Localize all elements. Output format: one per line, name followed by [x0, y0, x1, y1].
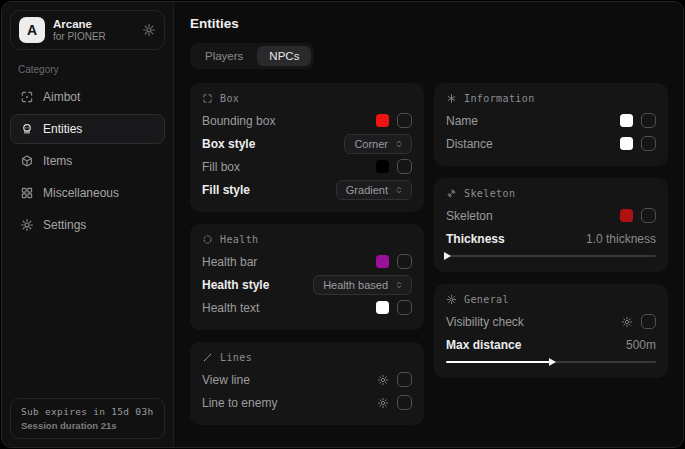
- setting-label: Visibility check: [446, 315, 613, 329]
- max-distance-slider[interactable]: [446, 357, 656, 367]
- color-swatch[interactable]: [376, 160, 389, 173]
- sidebar-item-label: Entities: [43, 122, 82, 136]
- sidebar: A Arcane for PIONER Category Aimbot: [2, 2, 174, 447]
- tab-npcs[interactable]: NPCs: [257, 46, 311, 66]
- color-swatch[interactable]: [376, 114, 389, 127]
- card-title: Skeleton: [464, 188, 515, 199]
- sidebar-item-label: Aimbot: [43, 90, 80, 104]
- entities-icon: [20, 122, 34, 136]
- sidebar-item-items[interactable]: Items: [10, 146, 165, 176]
- setting-label: Skeleton: [446, 209, 612, 223]
- line-to-enemy-checkbox[interactable]: [397, 395, 412, 410]
- card-skeleton: Skeleton Skeleton Thickness 1.0 thicknes…: [434, 178, 668, 272]
- gear-icon[interactable]: [142, 23, 156, 37]
- unfold-icon: [394, 280, 404, 290]
- fill-style-dropdown[interactable]: Gradient: [336, 180, 412, 200]
- asterisk-icon: [446, 93, 457, 104]
- visibility-check-checkbox[interactable]: [641, 314, 656, 329]
- cube-icon: [20, 154, 34, 168]
- setting-row: Health bar: [202, 250, 412, 273]
- brand-card: A Arcane for PIONER: [10, 10, 165, 50]
- sidebar-item-aimbot[interactable]: Aimbot: [10, 82, 165, 112]
- main-panel: Entities Players NPCs Box Bounding box: [174, 2, 683, 447]
- bounding-box-checkbox[interactable]: [397, 113, 412, 128]
- setting-label: Thickness: [446, 232, 578, 246]
- gear-icon[interactable]: [377, 374, 389, 386]
- setting-label: Name: [446, 114, 612, 128]
- setting-label: Max distance: [446, 338, 618, 352]
- gear-icon: [446, 294, 457, 305]
- slider-thumb[interactable]: [549, 358, 556, 366]
- setting-label: Bounding box: [202, 114, 368, 128]
- setting-row: Health style Health based: [202, 273, 412, 296]
- subscription-info: Sub expires in 15d 03h Session duration …: [10, 398, 165, 439]
- fill-box-checkbox[interactable]: [397, 159, 412, 174]
- setting-label: View line: [202, 373, 369, 387]
- card-title: Information: [464, 93, 535, 104]
- slider-value: 1.0 thickness: [586, 232, 656, 246]
- gear-icon[interactable]: [377, 397, 389, 409]
- card-title: Health: [220, 234, 259, 245]
- color-swatch[interactable]: [620, 209, 633, 222]
- setting-label: Health text: [202, 301, 368, 315]
- setting-row: View line: [202, 368, 412, 391]
- sidebar-item-settings[interactable]: Settings: [10, 210, 165, 240]
- slider-value: 500m: [626, 338, 656, 352]
- distance-checkbox[interactable]: [641, 136, 656, 151]
- setting-row: Thickness 1.0 thickness: [446, 227, 656, 250]
- setting-label: Health bar: [202, 255, 368, 269]
- setting-row: Line to enemy: [202, 391, 412, 414]
- slider-thumb[interactable]: [444, 252, 451, 260]
- brand-name: Arcane: [53, 18, 106, 30]
- dropdown-value: Corner: [354, 138, 388, 150]
- card-general: General Visibility check Max distance 50…: [434, 284, 668, 378]
- bone-icon: [446, 188, 457, 199]
- dropdown-value: Gradient: [346, 184, 388, 196]
- card-title: General: [464, 294, 509, 305]
- card-box: Box Bounding box Box style Corner: [190, 83, 424, 212]
- dropdown-value: Health based: [323, 279, 388, 291]
- line-icon: [202, 352, 213, 363]
- setting-row: Skeleton: [446, 204, 656, 227]
- setting-row: Bounding box: [202, 109, 412, 132]
- color-swatch[interactable]: [376, 301, 389, 314]
- thickness-slider[interactable]: [446, 251, 656, 261]
- tab-players[interactable]: Players: [193, 46, 255, 66]
- gear-icon: [20, 218, 34, 232]
- health-bar-checkbox[interactable]: [397, 254, 412, 269]
- skeleton-checkbox[interactable]: [641, 208, 656, 223]
- setting-label: Fill style: [202, 183, 328, 197]
- setting-row: Distance: [446, 132, 656, 155]
- tab-bar: Players NPCs: [190, 43, 314, 69]
- crosshair-icon: [20, 90, 34, 104]
- card-title: Box: [220, 93, 239, 104]
- setting-row: Name: [446, 109, 656, 132]
- setting-row: Health text: [202, 296, 412, 319]
- sidebar-item-entities[interactable]: Entities: [10, 114, 165, 144]
- sidebar-item-label: Settings: [43, 218, 86, 232]
- box-style-dropdown[interactable]: Corner: [344, 134, 412, 154]
- name-checkbox[interactable]: [641, 113, 656, 128]
- view-line-checkbox[interactable]: [397, 372, 412, 387]
- card-lines: Lines View line Line to enemy: [190, 342, 424, 425]
- gear-icon[interactable]: [621, 316, 633, 328]
- app-window: A Arcane for PIONER Category Aimbot: [1, 1, 684, 448]
- health-style-dropdown[interactable]: Health based: [313, 275, 412, 295]
- session-duration-text: Session duration 21s: [21, 420, 154, 431]
- color-swatch[interactable]: [376, 255, 389, 268]
- page-title: Entities: [190, 16, 668, 31]
- color-swatch[interactable]: [620, 137, 633, 150]
- category-label: Category: [18, 64, 157, 75]
- brand-subtitle: for PIONER: [53, 31, 106, 42]
- setting-label: Health style: [202, 278, 305, 292]
- grid-icon: [20, 186, 34, 200]
- setting-row: Visibility check: [446, 310, 656, 333]
- sub-expires-text: Sub expires in 15d 03h: [21, 406, 154, 417]
- setting-label: Distance: [446, 137, 612, 151]
- unfold-icon: [394, 185, 404, 195]
- sidebar-item-miscellaneous[interactable]: Miscellaneous: [10, 178, 165, 208]
- setting-label: Box style: [202, 137, 336, 151]
- color-swatch[interactable]: [620, 114, 633, 127]
- card-health: Health Health bar Health style Health ba…: [190, 224, 424, 330]
- health-text-checkbox[interactable]: [397, 300, 412, 315]
